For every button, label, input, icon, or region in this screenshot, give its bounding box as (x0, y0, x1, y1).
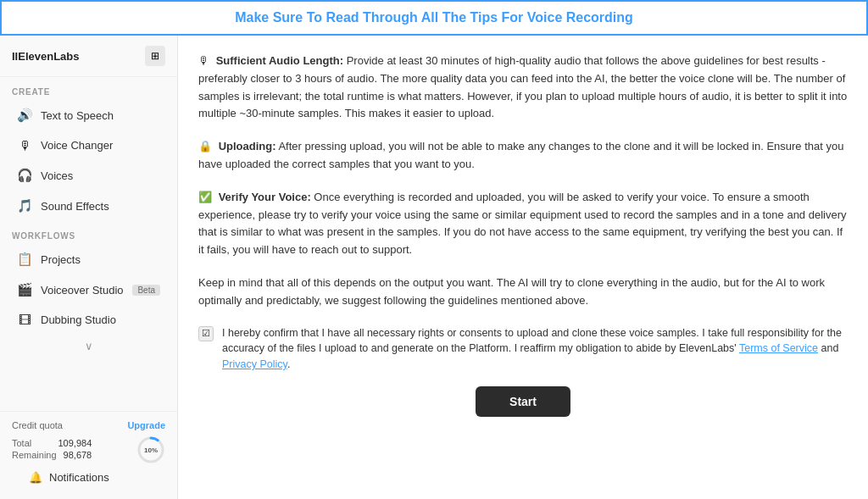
consent-text-end: . (287, 358, 290, 370)
credit-progress-circle: 10% (136, 435, 165, 464)
voice-changer-icon: 🎙 (17, 138, 32, 152)
consent-row: ☑ I hereby confirm that I have all neces… (198, 325, 848, 373)
privacy-policy-link[interactable]: Privacy Policy (222, 358, 287, 370)
credit-quota-row: Credit quota Upgrade (12, 420, 165, 430)
projects-icon: 📋 (17, 252, 32, 267)
top-banner: Make Sure To Read Through All The Tips F… (0, 0, 868, 36)
credit-remaining-value: 98,678 (64, 450, 92, 460)
voiceover-studio-icon: 🎬 (17, 282, 32, 297)
tip-sufficient-audio: 🎙 Sufficient Audio Length: Provide at le… (198, 53, 848, 123)
content-area: 🎙 Sufficient Audio Length: Provide at le… (178, 36, 868, 499)
sidebar-label-voice-changer: Voice Changer (41, 139, 160, 152)
tip1-icon: 🎙 (198, 54, 209, 67)
sidebar-label-sound-effects: Sound Effects (41, 200, 160, 213)
voiceover-studio-badge: Beta (132, 285, 160, 296)
sidebar-section-workflows: WORKFLOWS (0, 221, 177, 244)
sidebar-label-projects: Projects (41, 253, 160, 266)
sidebar-label-dubbing-studio: Dubbing Studio (41, 313, 160, 326)
start-button-row: Start (198, 386, 848, 417)
sound-effects-icon: 🎵 (17, 198, 32, 213)
sidebar-item-projects[interactable]: 📋 Projects (5, 245, 172, 274)
sidebar-item-text-to-speech[interactable]: 🔊 Text to Speech (5, 101, 172, 130)
voices-icon: 🎧 (17, 168, 32, 183)
notifications-button[interactable]: 🔔 Notifications (17, 464, 160, 491)
dubbing-studio-icon: 🎞 (17, 313, 32, 327)
tip2-icon: 🔒 (198, 140, 212, 152)
sidebar-section-create: CREATE (0, 77, 177, 100)
sidebar-item-voice-changer[interactable]: 🎙 Voice Changer (5, 131, 172, 159)
sidebar-label-voices: Voices (41, 169, 160, 182)
tip-uploading: 🔒 Uploading: After pressing upload, you … (198, 138, 848, 174)
sidebar-label-text-to-speech: Text to Speech (41, 109, 160, 122)
consent-text: I hereby confirm that I have all necessa… (222, 325, 848, 373)
terms-of-service-link[interactable]: Terms of Service (739, 342, 818, 354)
credit-quota-label: Credit quota (12, 420, 63, 430)
credit-total-row: Total 109,984 (12, 438, 92, 448)
chevron-down-icon: ∨ (85, 340, 93, 352)
credit-remaining-label: Remaining (12, 450, 57, 460)
text-to-speech-icon: 🔊 (17, 108, 32, 123)
credit-remaining-row: Remaining 98,678 (12, 450, 92, 460)
sidebar-logo: IIElevenLabs (12, 50, 79, 63)
sidebar-item-voiceover-studio[interactable]: 🎬 Voiceover Studio Beta (5, 275, 172, 304)
sidebar-item-voices[interactable]: 🎧 Voices (5, 161, 172, 190)
notifications-label: Notifications (49, 471, 109, 484)
tip3-icon: ✅ (198, 191, 212, 203)
main-paragraph: Keep in mind that all of this depends on… (198, 274, 848, 310)
sidebar-bottom: Credit quota Upgrade Total 109,984 Remai… (0, 411, 177, 499)
tip2-body: After pressing upload, you will not be a… (198, 140, 843, 170)
sidebar-item-dubbing-studio[interactable]: 🎞 Dubbing Studio (5, 306, 172, 334)
tip3-title: Verify Your Voice: (219, 191, 311, 203)
credit-total-value: 109,984 (58, 438, 92, 448)
sidebar-more-button[interactable]: ∨ (0, 335, 177, 358)
sidebar-item-sound-effects[interactable]: 🎵 Sound Effects (5, 191, 172, 220)
tip1-title: Sufficient Audio Length: (216, 54, 343, 67)
credit-progress-label: 10% (144, 446, 158, 454)
layout-toggle-button[interactable]: ⊞ (145, 46, 165, 66)
sidebar-header: IIElevenLabs ⊞ (0, 36, 177, 77)
consent-checkbox[interactable]: ☑ (198, 326, 214, 341)
sidebar-label-voiceover-studio: Voiceover Studio (41, 284, 124, 297)
sidebar: IIElevenLabs ⊞ CREATE 🔊 Text to Speech 🎙… (0, 36, 178, 499)
upgrade-button[interactable]: Upgrade (127, 420, 165, 430)
tip2-title: Uploading: (219, 140, 276, 152)
consent-and: and (821, 342, 839, 354)
notification-bell-icon: 🔔 (29, 471, 42, 484)
tip-verify-voice: ✅ Verify Your Voice: Once everything is … (198, 189, 848, 259)
main-paragraph-text: Keep in mind that all of this depends on… (198, 276, 825, 307)
credit-total-label: Total (12, 438, 31, 448)
start-button[interactable]: Start (476, 386, 570, 417)
